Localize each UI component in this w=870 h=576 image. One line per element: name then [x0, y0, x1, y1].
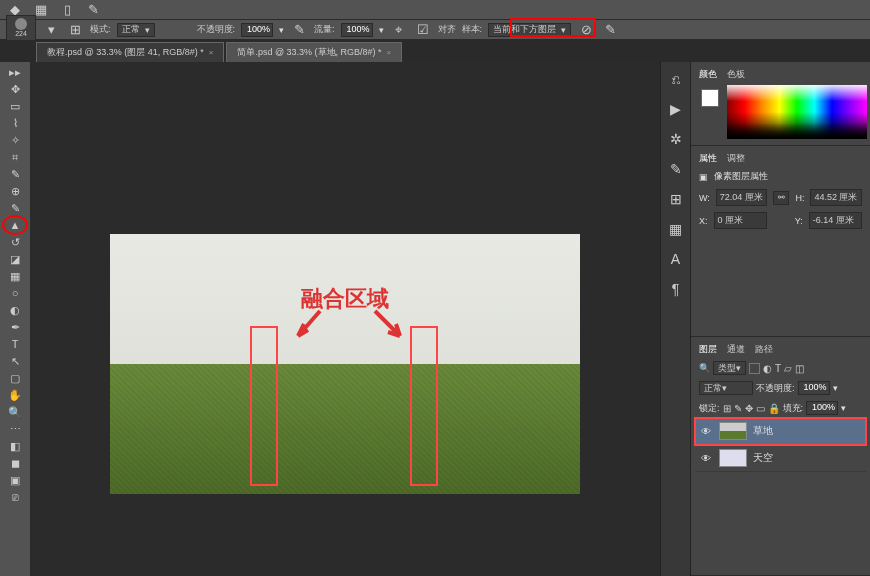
pen-tool[interactable]: ✒: [4, 319, 26, 335]
w-field[interactable]: 72.04 厘米: [716, 189, 768, 206]
airbrush-icon[interactable]: ⌖: [390, 21, 408, 39]
panels: 颜色 色板 属性 调整 ▣ 像素图层属性: [690, 62, 870, 576]
mode-select[interactable]: 正常 ▾: [117, 23, 155, 37]
close-icon[interactable]: ×: [387, 48, 392, 57]
close-icon[interactable]: ×: [209, 48, 214, 57]
align-check-icon[interactable]: ☑: [414, 21, 432, 39]
edit-icon[interactable]: ✎: [84, 1, 102, 19]
pressure-size-icon[interactable]: ✎: [601, 21, 619, 39]
blend-mode-select[interactable]: 正常 ▾: [699, 381, 753, 395]
lock-nest-icon[interactable]: ▭: [756, 403, 765, 414]
lock-trans-icon[interactable]: ⊞: [723, 403, 731, 414]
annotation-arrow-left: [290, 306, 330, 346]
quickmask-tool[interactable]: ▣: [4, 472, 26, 488]
brush-preset-icon[interactable]: ▾: [42, 21, 60, 39]
fg-bg-colors[interactable]: ◼: [4, 455, 26, 471]
clone-stamp-tool[interactable]: ▲: [4, 217, 26, 233]
filter-smart-icon[interactable]: ◫: [795, 363, 804, 374]
link-icon[interactable]: ⚯: [773, 191, 789, 205]
layer-thumb[interactable]: [719, 422, 747, 440]
wand-tool[interactable]: ✧: [4, 132, 26, 148]
hand-tool[interactable]: ✋: [4, 387, 26, 403]
layer-opacity-label: 不透明度:: [756, 382, 795, 395]
fg-bg-swap[interactable]: ◧: [4, 438, 26, 454]
filter-adj-icon[interactable]: ◐: [763, 363, 772, 374]
filter-kind-select[interactable]: 类型 ▾: [713, 361, 746, 375]
properties-tabs[interactable]: 属性 调整: [695, 150, 866, 167]
color-panel-tabs[interactable]: 颜色 色板: [695, 66, 866, 83]
screenmode-tool[interactable]: ⎚: [4, 489, 26, 505]
square-icon: ▣: [699, 172, 708, 182]
flow-input[interactable]: 100%: [341, 23, 373, 37]
para-icon[interactable]: ¶: [665, 278, 687, 300]
h-label: H:: [795, 193, 804, 203]
dodge-tool[interactable]: ◐: [4, 302, 26, 318]
lock-all-icon[interactable]: 🔒: [768, 403, 780, 414]
filter-pixel-icon[interactable]: [749, 363, 760, 374]
ignore-adj-icon[interactable]: ⊘: [577, 21, 595, 39]
brush-tool[interactable]: ✎: [4, 200, 26, 216]
fill-label: 填充:: [783, 402, 804, 415]
clone-source-icon[interactable]: ⊞: [665, 188, 687, 210]
move-tool[interactable]: ✥: [4, 81, 26, 97]
char-icon[interactable]: A: [665, 248, 687, 270]
filter-type-icon[interactable]: T: [775, 363, 781, 374]
flow-label: 流量:: [314, 23, 335, 36]
sample-select[interactable]: 当前和下方图层 ▾: [488, 23, 571, 37]
filter-icon[interactable]: 🔍: [699, 363, 710, 373]
layer-thumb[interactable]: [719, 449, 747, 467]
color-picker[interactable]: [727, 85, 867, 139]
y-field[interactable]: -6.14 厘米: [809, 212, 862, 229]
path-select-tool[interactable]: ↖: [4, 353, 26, 369]
layer-opacity-input[interactable]: 100%: [798, 381, 830, 395]
lock-pos-icon[interactable]: ✥: [745, 403, 753, 414]
eraser-tool[interactable]: ◪: [4, 251, 26, 267]
chevron-down-icon[interactable]: ▾: [841, 403, 846, 413]
blur-tool[interactable]: ○: [4, 285, 26, 301]
swatches-icon[interactable]: ▦: [665, 218, 687, 240]
more-tool[interactable]: ⋯: [4, 421, 26, 437]
gradient-tool[interactable]: ▦: [4, 268, 26, 284]
brush-preview[interactable]: 224: [6, 15, 36, 41]
lock-paint-icon[interactable]: ✎: [734, 403, 742, 414]
play-icon[interactable]: ▶: [665, 98, 687, 120]
visibility-icon[interactable]: 👁: [701, 426, 713, 437]
fill-input[interactable]: 100%: [806, 401, 838, 415]
arrange-icon[interactable]: ▸▸: [4, 64, 26, 80]
document-canvas: 融合区域: [110, 234, 580, 494]
doc-tab[interactable]: 教程.psd @ 33.3% (图层 41, RGB/8#) *×: [36, 42, 224, 62]
history-icon[interactable]: ⎌: [665, 68, 687, 90]
layers-tabs[interactable]: 图层 通道 路径: [695, 341, 866, 358]
sample-label: 样本:: [462, 23, 483, 36]
layer-row[interactable]: 👁 草地: [695, 418, 866, 445]
type-tool[interactable]: T: [4, 336, 26, 352]
eyedropper-tool[interactable]: ✎: [4, 166, 26, 182]
doc-tab[interactable]: 简单.psd @ 33.3% (草地, RGB/8#) *×: [226, 42, 402, 62]
history-brush-tool[interactable]: ↺: [4, 234, 26, 250]
brush-panel-icon[interactable]: ⊞: [66, 21, 84, 39]
fg-bg-swatch[interactable]: [697, 85, 723, 139]
healing-tool[interactable]: ⊕: [4, 183, 26, 199]
rect-tool[interactable]: ▢: [4, 370, 26, 386]
canvas-area[interactable]: 融合区域: [30, 62, 660, 576]
marquee-tool[interactable]: ▭: [4, 98, 26, 114]
chevron-down-icon[interactable]: ▾: [279, 25, 284, 35]
brush-settings-icon[interactable]: ✲: [665, 128, 687, 150]
pressure-opacity-icon[interactable]: ✎: [290, 21, 308, 39]
zoom-tool[interactable]: 🔍: [4, 404, 26, 420]
file-icon[interactable]: ▯: [58, 1, 76, 19]
y-label: Y:: [795, 216, 803, 226]
filter-shape-icon[interactable]: ▱: [784, 363, 792, 374]
lasso-tool[interactable]: ⌇: [4, 115, 26, 131]
layer-row[interactable]: 👁 天空: [695, 445, 866, 472]
chevron-down-icon[interactable]: ▾: [379, 25, 384, 35]
collapsed-panels: ⎌ ▶ ✲ ✎ ⊞ ▦ A ¶: [660, 62, 690, 576]
opacity-input[interactable]: 100%: [241, 23, 273, 37]
x-field[interactable]: 0 厘米: [714, 212, 767, 229]
visibility-icon[interactable]: 👁: [701, 453, 713, 464]
h-field[interactable]: 44.52 厘米: [810, 189, 862, 206]
chevron-down-icon[interactable]: ▾: [833, 383, 838, 393]
w-label: W:: [699, 193, 710, 203]
crop-tool[interactable]: ⌗: [4, 149, 26, 165]
brushes-icon[interactable]: ✎: [665, 158, 687, 180]
